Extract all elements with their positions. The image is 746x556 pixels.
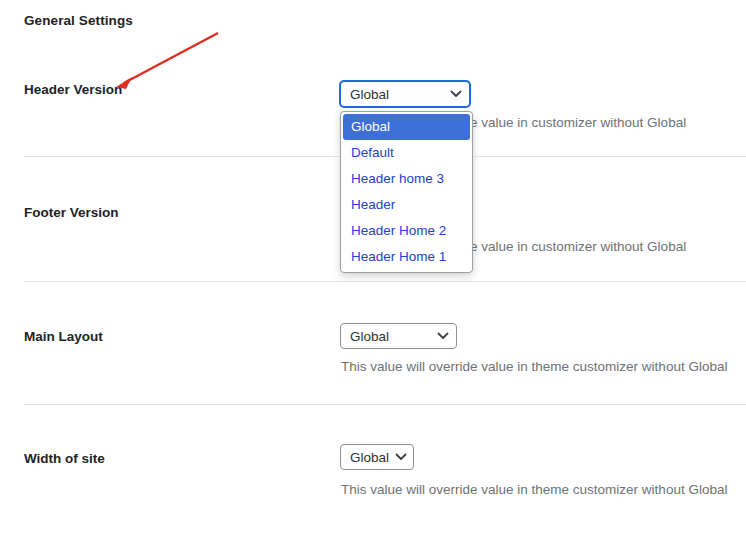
row-divider: [24, 281, 746, 282]
header-version-dropdown-popup: Global Default Header home 3 Header Head…: [340, 111, 473, 273]
main-layout-helper: This value will override value in theme …: [341, 359, 727, 374]
width-of-site-select[interactable]: Global: [340, 444, 414, 470]
page-title: General Settings: [24, 13, 133, 28]
dropdown-option-header-home-2[interactable]: Header Home 2: [343, 218, 470, 244]
general-settings-page: General Settings Header Version Global T…: [0, 0, 746, 556]
width-of-site-select-value: Global: [350, 450, 389, 465]
row-divider: [24, 404, 746, 405]
chevron-down-icon: [395, 453, 407, 461]
dropdown-option-header-home-1[interactable]: Header Home 1: [343, 244, 470, 270]
main-layout-select-value: Global: [350, 329, 389, 344]
setting-label-width-of-site: Width of site: [24, 451, 105, 466]
dropdown-option-header-home-3[interactable]: Header home 3: [343, 166, 470, 192]
setting-label-main-layout: Main Layout: [24, 329, 103, 344]
annotation-arrow-icon: [110, 26, 228, 94]
dropdown-option-default[interactable]: Default: [343, 140, 470, 166]
width-of-site-helper: This value will override value in theme …: [341, 482, 727, 497]
header-version-select-value: Global: [350, 87, 389, 102]
main-layout-select[interactable]: Global: [340, 323, 457, 349]
setting-label-footer-version: Footer Version: [24, 205, 119, 220]
setting-label-header-version: Header Version: [24, 82, 122, 97]
dropdown-option-header[interactable]: Header: [343, 192, 470, 218]
chevron-down-icon: [450, 90, 462, 98]
header-version-select[interactable]: Global: [340, 81, 470, 107]
dropdown-option-global[interactable]: Global: [343, 114, 470, 140]
chevron-down-icon: [437, 332, 449, 340]
